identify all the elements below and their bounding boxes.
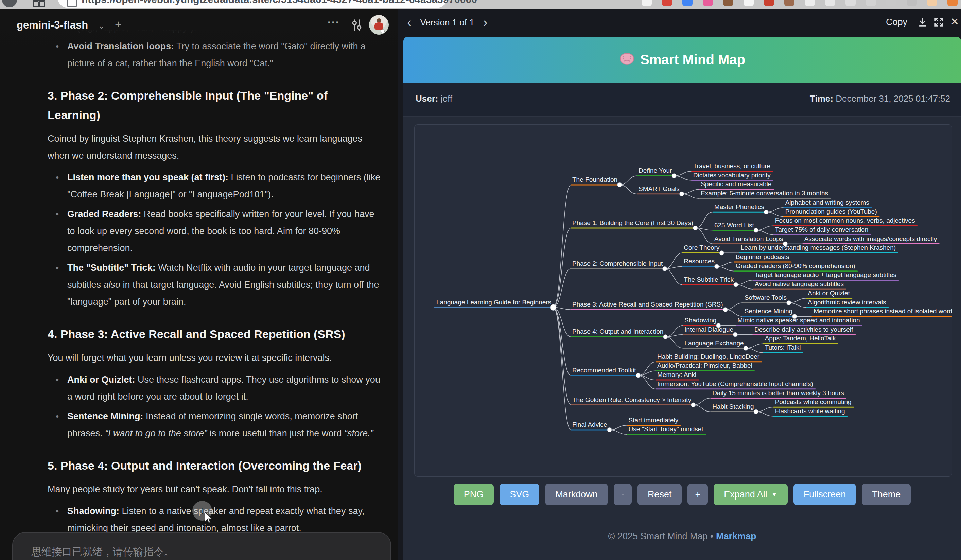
close-icon[interactable]: ✕ [950, 16, 959, 27]
extension-icon[interactable] [866, 0, 876, 6]
svg-text:Target language audio + target: Target language audio + target language … [755, 271, 897, 278]
expand-all-button[interactable]: Expand All▼ [714, 483, 787, 505]
meta-bar: User: jeff Time: December 31, 2025 01:47… [403, 83, 961, 117]
svg-text:Tutors: iTalki: Tutors: iTalki [765, 344, 801, 351]
avatar[interactable] [369, 15, 389, 35]
url-text: https://open-webui.yungtzedaidata.site/c… [82, 0, 477, 5]
mouse-cursor [203, 511, 214, 526]
svg-text:Start immediately: Start immediately [629, 417, 679, 424]
svg-text:Audio/Practical: Pimsleur, Bab: Audio/Practical: Pimsleur, Babbel [657, 362, 752, 369]
svg-text:Phase 4: Output and Interactio: Phase 4: Output and Interaction [572, 328, 663, 335]
card-title: Smart Mind Map [640, 52, 745, 67]
extension-icon[interactable] [764, 0, 774, 6]
extension-icons [641, 0, 958, 9]
next-version-button[interactable]: › [483, 16, 488, 29]
svg-text:Daily 15 minutes is better tha: Daily 15 minutes is better than weekly 3… [712, 390, 844, 396]
new-chat-button[interactable]: + [115, 18, 122, 31]
svg-text:Software Tools: Software Tools [744, 294, 787, 301]
svg-text:Focus on most common nouns, ve: Focus on most common nouns, verbs, adjec… [775, 217, 915, 224]
markmap-link[interactable]: Markmap [716, 531, 757, 541]
extension-icon[interactable] [886, 0, 897, 6]
svg-text:The Foundation: The Foundation [572, 176, 617, 183]
svg-text:Learn by understanding message: Learn by understanding messages (Stephen… [741, 244, 896, 251]
--button[interactable]: + [688, 483, 708, 505]
svg-text:Graded readers (80-90% compreh: Graded readers (80-90% comprehension) [736, 262, 855, 270]
section-heading: 4. Phase 3: Active Recall and Spaced Rep… [48, 324, 382, 344]
svg-text:Memory: Anki: Memory: Anki [657, 371, 696, 378]
controls-sliders-icon[interactable] [350, 18, 363, 34]
card-footer: © 2025 Smart Mind Map • Markmap [403, 515, 961, 542]
svg-text:Dictates vocabulary priority: Dictates vocabulary priority [693, 172, 771, 179]
extension-icon[interactable] [845, 0, 856, 6]
chat-bullet: Sentence Mining: Instead of memorizing s… [48, 408, 382, 442]
time-info: Time: December 31, 2025 01:47:52 [810, 93, 950, 104]
--button[interactable]: - [614, 483, 632, 505]
paragraph: Coined by linguist Stephen Krashen, this… [48, 130, 382, 164]
svg-text:Avoid Translation Loops: Avoid Translation Loops [714, 235, 783, 242]
svg-text:Podcasts while commuting: Podcasts while commuting [775, 398, 852, 405]
extension-icon[interactable] [947, 0, 958, 6]
extension-icon[interactable] [784, 0, 794, 6]
mindmap-canvas[interactable]: Language Learning Guide for BeginnersThe… [414, 124, 952, 477]
chat-bullet: Shadowing: Listen to a native speaker an… [48, 502, 382, 536]
mindmap-card: Smart Mind Map User: jeff Time: December… [403, 37, 961, 560]
svg-text:Associate words with images/co: Associate words with images/concepts dir… [804, 235, 937, 242]
chat-bullet: Graded Readers: Read books specifically … [48, 205, 382, 257]
artifact-toolbar: ‹ Version 1 of 1 › Copy ✕ [398, 9, 961, 37]
svg-text:Beginner podcasts: Beginner podcasts [736, 253, 789, 260]
apps-grid-icon[interactable] [33, 0, 43, 5]
extension-icon[interactable] [927, 0, 937, 6]
browser-profile-icon[interactable] [2, 0, 17, 8]
chat-pane: (e.g., "apple," "run," "happy").Avoid Tr… [0, 9, 398, 560]
prev-version-button[interactable]: ‹ [407, 16, 411, 29]
svg-text:Use "Start Today" mindset: Use "Start Today" mindset [629, 425, 704, 433]
extension-icon[interactable] [805, 0, 815, 6]
chevron-down-icon[interactable]: ⌄ [98, 20, 105, 31]
download-icon[interactable] [917, 16, 928, 29]
chat-bullet: The "Subtitle" Trick: Watch Netflix with… [48, 259, 382, 310]
extension-icon[interactable] [723, 0, 733, 6]
svg-button[interactable]: SVG [500, 483, 539, 505]
svg-text:Recommended Toolkit: Recommended Toolkit [572, 367, 636, 374]
chat-message-area[interactable]: (e.g., "apple," "run," "happy").Avoid Tr… [48, 9, 387, 560]
svg-text:Specific and measurable: Specific and measurable [701, 180, 771, 188]
copy-button[interactable]: Copy [886, 17, 907, 27]
chat-input[interactable]: 思维接口已就绪，请传输指令。 [12, 532, 391, 560]
svg-text:625 Word List: 625 Word List [714, 221, 754, 229]
artifact-pane: ‹ Version 1 of 1 › Copy ✕ [398, 9, 961, 560]
svg-text:Algorithmic review intervals: Algorithmic review intervals [808, 299, 886, 306]
svg-text:Master Phonetics: Master Phonetics [714, 203, 764, 210]
more-options-icon[interactable]: ⋯ [327, 15, 340, 29]
theme-button[interactable]: Theme [862, 483, 911, 505]
fullscreen-button[interactable]: Fullscreen [794, 483, 857, 505]
svg-text:Flashcards while waiting: Flashcards while waiting [775, 408, 845, 414]
user-info: User: jeff [416, 93, 452, 104]
png-button[interactable]: PNG [454, 483, 494, 505]
reset-button[interactable]: Reset [638, 483, 682, 505]
model-selector[interactable]: gemini-3-flash [17, 19, 88, 31]
extension-icon[interactable] [682, 0, 693, 6]
svg-text:Apps: Tandem, HelloTalk: Apps: Tandem, HelloTalk [765, 335, 836, 342]
svg-text:Language Exchange: Language Exchange [685, 339, 744, 347]
extension-icon[interactable] [703, 0, 713, 6]
svg-text:Habit Stacking: Habit Stacking [712, 403, 754, 410]
svg-text:Alphabet and writing systems: Alphabet and writing systems [785, 199, 869, 206]
svg-text:Phase 2: Comprehensible Input: Phase 2: Comprehensible Input [572, 260, 663, 267]
svg-text:The Subtitle Trick: The Subtitle Trick [684, 276, 734, 283]
svg-text:Target 75% of daily conversati: Target 75% of daily conversation [775, 226, 869, 233]
extension-icon[interactable] [662, 0, 672, 6]
svg-text:Describe daily activities to y: Describe daily activities to yourself [754, 326, 853, 333]
svg-text:Pronunciation guides (YouTube): Pronunciation guides (YouTube) [785, 208, 877, 215]
svg-text:Immersion: YouTube (Comprehens: Immersion: YouTube (Comprehensible Input… [657, 380, 813, 387]
browser-toolbar: https://open-webui.yungtzedaidata.site/c… [0, 0, 961, 9]
svg-text:Avoid native language subtitle: Avoid native language subtitles [755, 280, 844, 287]
extension-icon[interactable] [641, 0, 652, 6]
fullscreen-icon[interactable] [933, 16, 945, 29]
extension-icon[interactable] [744, 0, 754, 6]
address-bar[interactable]: https://open-webui.yungtzedaidata.site/c… [57, 0, 448, 8]
extension-icon[interactable] [825, 0, 835, 6]
markdown-button[interactable]: Markdown [545, 483, 608, 505]
svg-text:The Golden Rule: Consistency >: The Golden Rule: Consistency > Intensity [572, 396, 691, 403]
svg-text:Language Learning Guide for Be: Language Learning Guide for Beginners [436, 299, 551, 306]
extension-icon[interactable] [906, 0, 917, 6]
